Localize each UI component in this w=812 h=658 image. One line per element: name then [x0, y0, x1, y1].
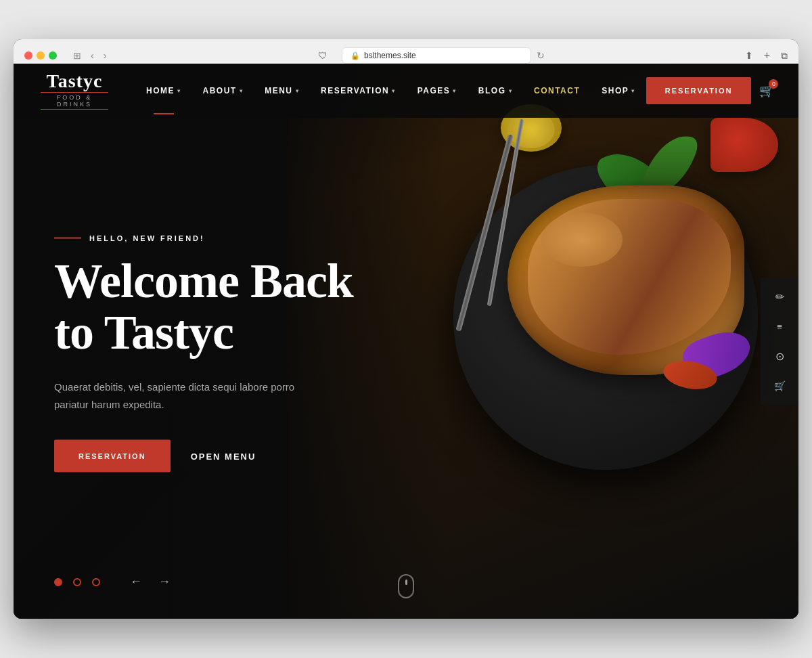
chevron-reservation-icon: ▾: [392, 88, 396, 94]
reservation-hero-button[interactable]: RESERVATION: [54, 440, 171, 473]
reservation-nav-button[interactable]: RESERVATION: [646, 77, 752, 104]
chevron-shop-icon: ▾: [631, 88, 635, 94]
logo-link[interactable]: Tastyc FOOD & DRINKS: [41, 72, 108, 110]
lock-icon: 🔒: [351, 51, 360, 60]
cart-count: 0: [769, 79, 778, 89]
open-menu-button[interactable]: OPEN MENU: [191, 451, 256, 461]
nav-link-menu[interactable]: MENU ▾: [254, 86, 310, 95]
nav-item-home: HOME ▾: [135, 86, 192, 95]
chevron-home-icon: ▾: [177, 88, 181, 94]
chevron-menu-icon: ▾: [296, 88, 300, 94]
pretitle-text: HELLO, NEW FRIEND!: [89, 234, 205, 242]
navbar: Tastyc FOOD & DRINKS HOME ▾ ABOUT ▾: [14, 64, 798, 118]
side-panel-user-icon[interactable]: ⊙: [766, 343, 793, 370]
side-panel-log-icon[interactable]: ≡: [766, 313, 793, 340]
logo-subtitle: FOOD & DRINKS: [41, 92, 108, 110]
chevron-blog-icon: ▾: [509, 88, 513, 94]
slider-dot-3[interactable]: [92, 578, 100, 586]
scroll-wheel: [405, 579, 407, 585]
sauce-bowl-tomato: [710, 118, 778, 172]
browser-controls: ⊞ ‹ ›: [70, 49, 109, 62]
nav-item-pages: PAGES ▾: [407, 86, 468, 95]
browser-action-icons: ⬆ + ⧉: [745, 49, 788, 62]
hero-title-line1: Welcome Back: [54, 254, 353, 308]
slider-controls: ← →: [54, 572, 176, 592]
sidebar-toggle-button[interactable]: ⊞: [70, 49, 84, 62]
scroll-indicator: [398, 574, 414, 598]
nav-link-reservation[interactable]: RESERVATION ▾: [310, 86, 407, 95]
new-tab-button[interactable]: +: [764, 49, 770, 62]
forward-button[interactable]: ›: [101, 49, 110, 62]
close-button[interactable]: [24, 51, 32, 60]
refresh-icon[interactable]: ↻: [537, 50, 545, 61]
browser-top-bar: ⊞ ‹ › 🛡 🔒 bslthemes.site ↻ ⬆ + ⧉: [24, 47, 788, 64]
nav-item-reservation: RESERVATION ▾: [310, 86, 407, 95]
nav-link-contact[interactable]: CONTACT: [523, 86, 591, 95]
address-bar[interactable]: 🔒 bslthemes.site: [342, 47, 531, 64]
address-bar-row: 🛡 🔒 bslthemes.site ↻: [117, 47, 736, 64]
slider-prev-button[interactable]: ←: [125, 572, 148, 592]
scroll-mouse-icon: [398, 574, 414, 598]
slider-next-button[interactable]: →: [153, 572, 176, 592]
hero-pretitle: HELLO, NEW FRIEND!: [54, 234, 353, 242]
slider-dot-2[interactable]: [73, 578, 81, 586]
hero-buttons: RESERVATION OPEN MENU: [54, 440, 353, 473]
nav-item-shop: SHOP ▾: [591, 86, 646, 95]
slider-dot-1[interactable]: [54, 578, 62, 586]
shield-icon: 🛡: [318, 50, 328, 61]
side-panel: ✏ ≡ ⊙ 🛒: [761, 278, 798, 405]
tabs-view-button[interactable]: ⧉: [781, 49, 788, 62]
browser-chrome: ⊞ ‹ › 🛡 🔒 bslthemes.site ↻ ⬆ + ⧉: [14, 39, 798, 64]
slider-arrows: ← →: [125, 572, 176, 592]
nav-cta: RESERVATION 🛒 0: [646, 77, 775, 104]
logo-title: Tastyc: [47, 72, 103, 91]
nav-item-menu: MENU ▾: [254, 86, 310, 95]
nav-item-about: ABOUT ▾: [192, 86, 254, 95]
side-panel-cart-icon[interactable]: 🛒: [766, 372, 793, 399]
hero-description: Quaerat debitis, vel, sapiente dicta seq…: [54, 378, 298, 413]
browser-window: ⊞ ‹ › 🛡 🔒 bslthemes.site ↻ ⬆ + ⧉: [14, 39, 798, 619]
chevron-about-icon: ▾: [240, 88, 244, 94]
share-button[interactable]: ⬆: [745, 49, 753, 62]
hero-title: Welcome Back to Tastyc: [54, 256, 353, 358]
nav-menu: HOME ▾ ABOUT ▾ MENU ▾: [135, 86, 646, 95]
nav-link-shop[interactable]: SHOP ▾: [591, 86, 646, 95]
url-text: bslthemes.site: [364, 51, 416, 60]
back-button[interactable]: ‹: [88, 49, 97, 62]
nav-item-contact: CONTACT: [523, 86, 591, 95]
nav-link-about[interactable]: ABOUT ▾: [192, 86, 254, 95]
hero-content: HELLO, NEW FRIEND! Welcome Back to Tasty…: [54, 234, 353, 473]
nav-link-home[interactable]: HOME ▾: [135, 86, 192, 95]
pretitle-line: [54, 238, 81, 239]
minimize-button[interactable]: [37, 51, 45, 60]
nav-item-blog: BLOG ▾: [468, 86, 523, 95]
traffic-lights: [24, 51, 57, 60]
side-panel-edit-icon[interactable]: ✏: [766, 283, 793, 310]
cart-button[interactable]: 🛒 0: [759, 83, 774, 98]
nav-link-blog[interactable]: BLOG ▾: [468, 86, 523, 95]
nav-link-pages[interactable]: PAGES ▾: [407, 86, 468, 95]
hero-title-line2: to Tastyc: [54, 305, 233, 359]
website-content: Tastyc FOOD & DRINKS HOME ▾ ABOUT ▾: [14, 64, 798, 619]
maximize-button[interactable]: [49, 51, 57, 60]
chevron-pages-icon: ▾: [453, 88, 457, 94]
